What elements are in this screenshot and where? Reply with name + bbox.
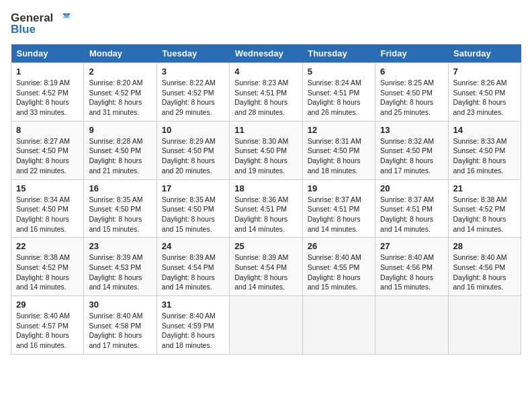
day-info: Sunrise: 8:24 AM Sunset: 4:51 PM Dayligh… <box>308 78 370 118</box>
day-number: 11 <box>234 125 297 135</box>
calendar-cell: 11 Sunrise: 8:30 AM Sunset: 4:50 PM Dayl… <box>230 121 302 179</box>
day-number: 5 <box>308 66 370 77</box>
daylight-label: Daylight: 8 hours and 15 minutes. <box>380 273 433 291</box>
sunset-label: Sunset: 4:52 PM <box>16 89 69 97</box>
col-header-saturday: Saturday <box>448 44 521 63</box>
sunrise-label: Sunrise: 8:31 AM <box>308 137 361 145</box>
col-header-friday: Friday <box>375 44 448 63</box>
day-info: Sunrise: 8:26 AM Sunset: 4:50 PM Dayligh… <box>453 78 516 118</box>
daylight-label: Daylight: 8 hours and 14 minutes. <box>380 215 433 233</box>
sunset-label: Sunset: 4:50 PM <box>89 205 141 213</box>
day-number: 28 <box>453 241 516 251</box>
calendar-cell <box>230 296 302 355</box>
calendar-cell: 1 Sunrise: 8:19 AM Sunset: 4:52 PM Dayli… <box>11 63 84 122</box>
daylight-label: Daylight: 8 hours and 14 minutes. <box>162 273 215 291</box>
col-header-tuesday: Tuesday <box>157 44 229 63</box>
sunrise-label: Sunrise: 8:33 AM <box>453 137 507 145</box>
col-header-wednesday: Wednesday <box>230 44 302 63</box>
calendar-cell <box>448 296 521 355</box>
day-number: 9 <box>89 125 151 135</box>
sunrise-label: Sunrise: 8:40 AM <box>308 253 361 261</box>
logo: General Blue <box>11 11 71 36</box>
calendar-cell: 21 Sunrise: 8:38 AM Sunset: 4:52 PM Dayl… <box>448 179 521 238</box>
calendar-cell: 12 Sunrise: 8:31 AM Sunset: 4:50 PM Dayl… <box>302 121 375 179</box>
daylight-label: Daylight: 8 hours and 28 minutes. <box>234 98 287 116</box>
sunrise-label: Sunrise: 8:36 AM <box>234 195 288 203</box>
daylight-label: Daylight: 8 hours and 14 minutes. <box>308 215 361 233</box>
day-number: 22 <box>16 241 79 251</box>
day-number: 17 <box>162 183 224 193</box>
daylight-label: Daylight: 8 hours and 16 minutes. <box>453 156 506 175</box>
sunrise-label: Sunrise: 8:40 AM <box>380 253 434 261</box>
calendar-cell: 14 Sunrise: 8:33 AM Sunset: 4:50 PM Dayl… <box>448 121 521 179</box>
day-number: 7 <box>453 66 516 77</box>
day-info: Sunrise: 8:20 AM Sunset: 4:52 PM Dayligh… <box>89 78 151 118</box>
calendar-cell: 26 Sunrise: 8:40 AM Sunset: 4:55 PM Dayl… <box>302 238 375 296</box>
sunrise-label: Sunrise: 8:32 AM <box>380 137 434 145</box>
sunrise-label: Sunrise: 8:40 AM <box>453 253 507 261</box>
day-info: Sunrise: 8:37 AM Sunset: 4:51 PM Dayligh… <box>380 195 443 234</box>
daylight-label: Daylight: 8 hours and 14 minutes. <box>89 273 142 291</box>
day-number: 10 <box>162 125 224 135</box>
daylight-label: Daylight: 8 hours and 14 minutes. <box>234 273 287 291</box>
calendar-cell: 19 Sunrise: 8:37 AM Sunset: 4:51 PM Dayl… <box>302 179 375 238</box>
day-number: 27 <box>380 241 443 251</box>
day-number: 13 <box>380 125 443 135</box>
day-number: 26 <box>308 241 370 251</box>
calendar-cell: 6 Sunrise: 8:25 AM Sunset: 4:50 PM Dayli… <box>375 63 448 122</box>
day-number: 24 <box>162 241 224 251</box>
daylight-label: Daylight: 8 hours and 20 minutes. <box>162 156 215 175</box>
daylight-label: Daylight: 8 hours and 15 minutes. <box>308 273 361 291</box>
day-info: Sunrise: 8:40 AM Sunset: 4:59 PM Dayligh… <box>162 311 224 351</box>
sunset-label: Sunset: 4:59 PM <box>162 322 214 330</box>
calendar-cell: 20 Sunrise: 8:37 AM Sunset: 4:51 PM Dayl… <box>375 179 448 238</box>
daylight-label: Daylight: 8 hours and 31 minutes. <box>89 98 142 116</box>
day-info: Sunrise: 8:31 AM Sunset: 4:50 PM Dayligh… <box>308 136 370 176</box>
calendar-cell: 24 Sunrise: 8:39 AM Sunset: 4:54 PM Dayl… <box>157 238 229 296</box>
sunset-label: Sunset: 4:50 PM <box>89 146 141 154</box>
logo-bird-icon <box>56 11 71 26</box>
day-info: Sunrise: 8:29 AM Sunset: 4:50 PM Dayligh… <box>162 136 224 176</box>
calendar-week-row: 22 Sunrise: 8:38 AM Sunset: 4:52 PM Dayl… <box>11 238 521 296</box>
page-header: General Blue <box>11 11 521 36</box>
sunrise-label: Sunrise: 8:35 AM <box>89 195 142 203</box>
sunset-label: Sunset: 4:50 PM <box>234 146 287 154</box>
day-number: 2 <box>89 66 151 77</box>
daylight-label: Daylight: 8 hours and 17 minutes. <box>380 156 433 175</box>
daylight-label: Daylight: 8 hours and 16 minutes. <box>16 215 69 233</box>
calendar-week-row: 1 Sunrise: 8:19 AM Sunset: 4:52 PM Dayli… <box>11 63 521 122</box>
daylight-label: Daylight: 8 hours and 14 minutes. <box>453 215 506 233</box>
sunrise-label: Sunrise: 8:19 AM <box>16 79 70 87</box>
col-header-monday: Monday <box>84 44 157 63</box>
day-info: Sunrise: 8:35 AM Sunset: 4:50 PM Dayligh… <box>162 195 224 234</box>
day-number: 20 <box>380 183 443 193</box>
calendar-week-row: 15 Sunrise: 8:34 AM Sunset: 4:50 PM Dayl… <box>11 179 521 238</box>
daylight-label: Daylight: 8 hours and 18 minutes. <box>162 331 215 349</box>
calendar-cell: 28 Sunrise: 8:40 AM Sunset: 4:56 PM Dayl… <box>448 238 521 296</box>
calendar-week-row: 8 Sunrise: 8:27 AM Sunset: 4:50 PM Dayli… <box>11 121 521 179</box>
day-info: Sunrise: 8:40 AM Sunset: 4:57 PM Dayligh… <box>16 311 79 351</box>
sunrise-label: Sunrise: 8:40 AM <box>89 312 142 320</box>
calendar-cell: 8 Sunrise: 8:27 AM Sunset: 4:50 PM Dayli… <box>11 121 84 179</box>
calendar-cell: 30 Sunrise: 8:40 AM Sunset: 4:58 PM Dayl… <box>84 296 157 355</box>
daylight-label: Daylight: 8 hours and 33 minutes. <box>16 98 69 116</box>
day-info: Sunrise: 8:35 AM Sunset: 4:50 PM Dayligh… <box>89 195 151 234</box>
sunset-label: Sunset: 4:54 PM <box>234 263 287 271</box>
day-number: 21 <box>453 183 516 193</box>
sunrise-label: Sunrise: 8:20 AM <box>89 79 142 87</box>
calendar-cell: 23 Sunrise: 8:39 AM Sunset: 4:53 PM Dayl… <box>84 238 157 296</box>
sunrise-label: Sunrise: 8:40 AM <box>162 312 216 320</box>
day-info: Sunrise: 8:19 AM Sunset: 4:52 PM Dayligh… <box>16 78 79 118</box>
calendar-cell: 9 Sunrise: 8:28 AM Sunset: 4:50 PM Dayli… <box>84 121 157 179</box>
sunset-label: Sunset: 4:50 PM <box>162 146 214 154</box>
calendar-cell: 25 Sunrise: 8:39 AM Sunset: 4:54 PM Dayl… <box>230 238 302 296</box>
daylight-label: Daylight: 8 hours and 14 minutes. <box>16 273 69 291</box>
calendar-cell: 2 Sunrise: 8:20 AM Sunset: 4:52 PM Dayli… <box>84 63 157 122</box>
sunrise-label: Sunrise: 8:37 AM <box>308 195 361 203</box>
calendar-cell: 3 Sunrise: 8:22 AM Sunset: 4:52 PM Dayli… <box>157 63 229 122</box>
daylight-label: Daylight: 8 hours and 26 minutes. <box>308 98 361 116</box>
sunset-label: Sunset: 4:52 PM <box>16 263 69 271</box>
day-info: Sunrise: 8:36 AM Sunset: 4:51 PM Dayligh… <box>234 195 297 234</box>
day-number: 16 <box>89 183 151 193</box>
calendar-cell: 27 Sunrise: 8:40 AM Sunset: 4:56 PM Dayl… <box>375 238 448 296</box>
